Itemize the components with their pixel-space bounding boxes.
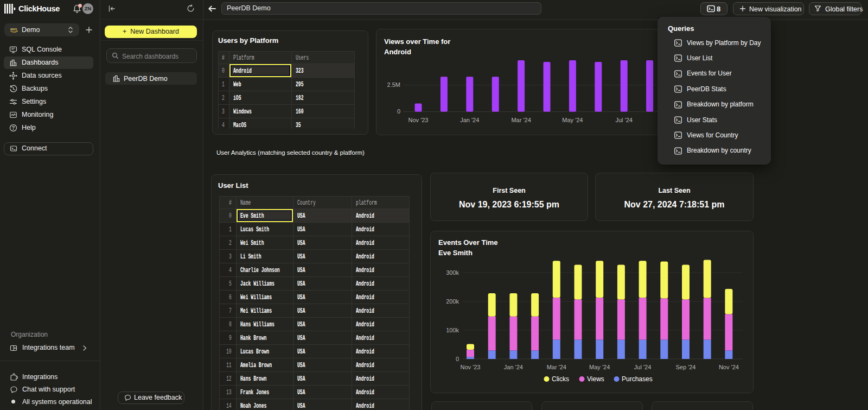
svg-text:Clicks: Clicks <box>552 375 569 383</box>
svg-text:Nov '23: Nov '23 <box>409 117 429 123</box>
svg-text:May '24: May '24 <box>562 117 583 123</box>
svg-text:Nov '23: Nov '23 <box>461 364 481 370</box>
svg-text:Mar '24: Mar '24 <box>511 117 531 123</box>
svg-text:Jul '24: Jul '24 <box>634 364 651 370</box>
svg-text:2.5M: 2.5M <box>387 81 400 88</box>
svg-text:Jan '24: Jan '24 <box>504 364 523 370</box>
svg-text:100k: 100k <box>446 327 459 333</box>
svg-text:Jul '24: Jul '24 <box>615 117 632 123</box>
svg-text:Nov '24: Nov '24 <box>719 364 739 370</box>
svg-text:200k: 200k <box>446 298 459 305</box>
svg-text:Views: Views <box>587 375 604 383</box>
svg-text:aws: aws <box>10 27 17 31</box>
svg-text:May '24: May '24 <box>589 364 610 370</box>
svg-text:Sep '24: Sep '24 <box>676 364 696 370</box>
svg-text:Jan '24: Jan '24 <box>460 117 479 123</box>
svg-text:300k: 300k <box>446 269 459 276</box>
svg-text:0: 0 <box>397 108 400 115</box>
svg-text:Purchases: Purchases <box>622 375 653 383</box>
svg-text:0: 0 <box>456 356 459 362</box>
svg-text:Mar '24: Mar '24 <box>547 364 566 370</box>
